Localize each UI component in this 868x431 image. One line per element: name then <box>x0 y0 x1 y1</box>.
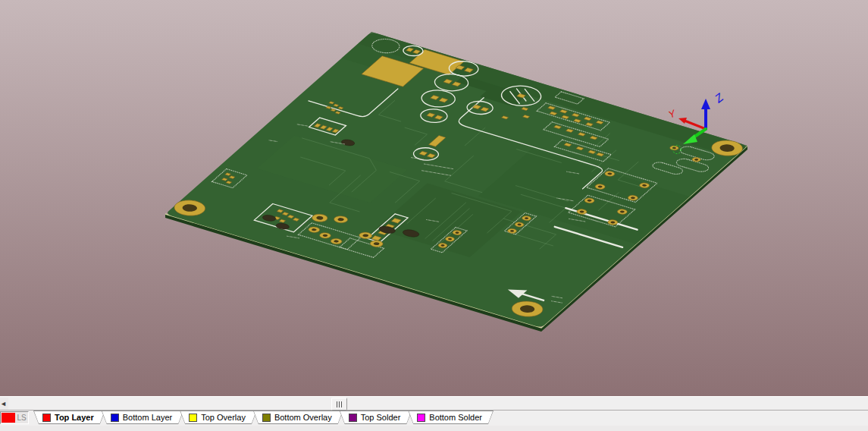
status-strip <box>0 426 868 431</box>
pcb-3d-viewport[interactable]: Y Z <box>0 0 868 396</box>
layer-color-swatch <box>262 414 271 422</box>
layer-color-swatch <box>417 414 425 422</box>
tab-bottom-layer[interactable]: Bottom Layer <box>102 411 183 424</box>
tab-label: Top Solder <box>361 413 401 422</box>
layer-color-swatch <box>111 414 119 422</box>
layer-color-swatch <box>189 414 197 422</box>
layer-color-swatch <box>349 414 357 422</box>
tab-top-overlay[interactable]: Top Overlay <box>180 411 257 424</box>
tab-label: Bottom Layer <box>123 413 172 422</box>
layer-tab-bar: LS Top Layer Bottom Layer Top Overlay Bo… <box>0 411 868 426</box>
tab-label: Top Layer <box>55 413 94 422</box>
horizontal-scrollbar[interactable]: ◄ <box>0 396 868 411</box>
tab-label: Bottom Overlay <box>274 413 332 422</box>
layer-color-swatch <box>42 414 51 422</box>
layer-set-label: LS <box>15 414 28 422</box>
scroll-left-arrow-icon[interactable]: ◄ <box>0 398 8 410</box>
layer-tabs: Top Layer Bottom Layer Top Overlay Botto… <box>33 411 490 424</box>
tab-top-layer[interactable]: Top Layer <box>33 411 105 424</box>
pcb-3d-scene: Y Z <box>0 0 868 396</box>
tab-top-solder[interactable]: Top Solder <box>340 411 412 424</box>
splitter-grip-icon <box>337 401 337 407</box>
splitter-grip[interactable] <box>331 398 347 411</box>
tab-label: Top Overlay <box>201 413 246 422</box>
current-layer-swatch <box>2 413 15 423</box>
tab-label: Bottom Solder <box>429 413 482 422</box>
tab-bottom-overlay[interactable]: Bottom Overlay <box>253 411 343 424</box>
layer-set-button[interactable]: LS <box>0 411 29 424</box>
tab-bottom-solder[interactable]: Bottom Solder <box>408 411 494 424</box>
